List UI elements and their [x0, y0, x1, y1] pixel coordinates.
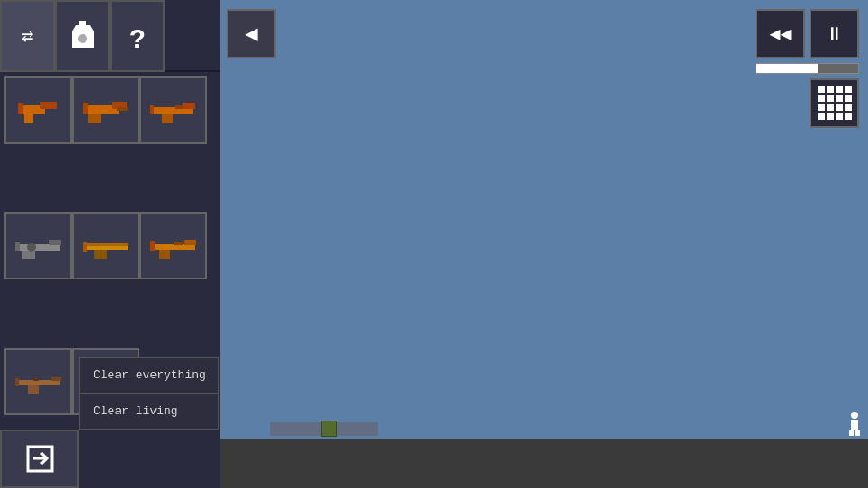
progress-row — [756, 63, 859, 74]
person-svg — [846, 411, 864, 436]
svg-point-21 — [27, 243, 36, 252]
shotgun-icon — [81, 230, 130, 262]
playback-controls-row: ◀◀ ⏸ — [756, 9, 859, 58]
svg-rect-28 — [159, 250, 170, 259]
weapon-cell-shotgun[interactable] — [72, 212, 139, 279]
svg-rect-0 — [79, 21, 86, 25]
smg-icon — [81, 94, 130, 126]
rifle-icon — [148, 94, 198, 126]
weapon-cell-pistol[interactable] — [4, 76, 72, 144]
svg-rect-11 — [117, 107, 128, 111]
back-button[interactable]: ◀ — [227, 9, 276, 58]
rifle2-icon — [148, 230, 198, 262]
top-toolbar: ⇄ ? — [0, 0, 220, 72]
bottom-section: Clear everything Clear living — [0, 357, 220, 488]
svg-text:?: ? — [129, 25, 145, 52]
svg-rect-16 — [175, 105, 183, 109]
weapon-cell-lmg[interactable] — [4, 212, 72, 279]
dropdown-menu: Clear everything Clear living — [79, 357, 219, 430]
progress-bar-fill — [756, 64, 818, 73]
pistol-icon — [13, 94, 63, 126]
top-right-controls: ◀◀ ⏸ — [756, 9, 859, 128]
grid-toggle-button[interactable] — [810, 78, 859, 128]
svg-rect-4 — [40, 102, 57, 109]
svg-rect-18 — [49, 240, 61, 245]
game-area: ◀◀ ⏸ — [220, 0, 868, 488]
svg-point-42 — [851, 412, 858, 419]
game-entity — [321, 421, 337, 437]
svg-point-1 — [78, 34, 87, 43]
help-button[interactable]: ? — [110, 0, 165, 72]
svg-rect-13 — [183, 103, 195, 109]
person-icon — [846, 410, 864, 437]
svg-rect-10 — [83, 103, 88, 114]
svg-rect-6 — [18, 103, 23, 114]
clear-living-button[interactable]: Clear living — [80, 394, 218, 429]
svg-rect-24 — [94, 250, 107, 259]
svg-rect-44 — [849, 430, 854, 436]
svg-rect-45 — [855, 430, 860, 436]
svg-rect-27 — [184, 240, 196, 245]
bottle-icon — [70, 21, 95, 52]
svg-rect-14 — [162, 114, 173, 123]
ground — [220, 439, 868, 488]
svg-rect-23 — [83, 243, 128, 246]
svg-rect-29 — [150, 241, 155, 251]
svg-rect-19 — [22, 251, 35, 259]
carry-button[interactable] — [55, 0, 110, 72]
main-container: ⇄ ? — [0, 0, 868, 488]
grid-row — [810, 78, 859, 128]
progress-bar — [756, 63, 859, 74]
weapon-cell-rifle2[interactable] — [139, 212, 207, 279]
svg-rect-9 — [88, 114, 101, 123]
clear-everything-button[interactable]: Clear everything — [80, 358, 218, 394]
bottom-toolbar — [0, 430, 220, 488]
exit-button[interactable] — [0, 430, 79, 488]
weapon-cell-smg[interactable] — [72, 76, 139, 144]
exit-icon — [24, 443, 56, 475]
sidebar: ⇄ ? — [0, 0, 220, 488]
pause-button[interactable]: ⏸ — [810, 9, 859, 58]
question-icon: ? — [125, 21, 150, 52]
lmg-icon — [13, 230, 63, 262]
weapon-cell-rifle[interactable] — [139, 76, 207, 144]
svg-rect-43 — [851, 420, 858, 430]
svg-rect-30 — [174, 242, 183, 245]
swap-button[interactable]: ⇄ — [0, 0, 55, 72]
grid-icon — [818, 86, 852, 120]
svg-rect-5 — [24, 114, 33, 123]
svg-rect-15 — [150, 105, 154, 114]
svg-rect-25 — [83, 242, 87, 252]
svg-rect-20 — [15, 242, 20, 251]
rewind-button[interactable]: ◀◀ — [756, 9, 805, 58]
